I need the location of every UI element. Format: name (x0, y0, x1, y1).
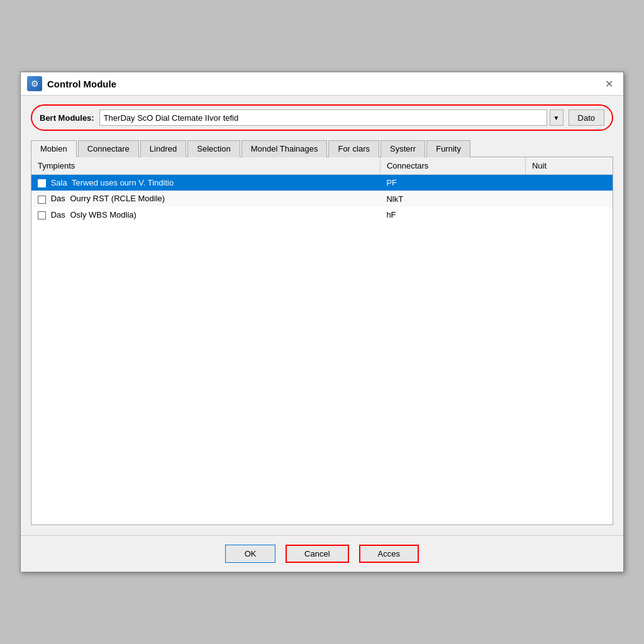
row-3-nuit (525, 207, 613, 223)
row-2-name: Ourry RST (RCLE Modile) (70, 194, 165, 203)
row-2-connectars: NlkT (380, 191, 525, 206)
dialog-title: Control Module (47, 79, 116, 89)
row-3-checkbox[interactable] (38, 211, 46, 219)
table-row[interactable]: Sala Terwed uses ourn V. Tinditio PF (31, 175, 613, 191)
row-3-tympients[interactable]: Das Osly WBS Modlia) (31, 207, 380, 223)
tab-connectare[interactable]: Connectare (78, 140, 139, 157)
tab-content-mobien: Tympients Connectars Nuit Sala Terwed us… (31, 157, 613, 525)
modules-table: Tympients Connectars Nuit Sala Terwed us… (31, 157, 613, 222)
tab-mondel-thainages[interactable]: Mondel Thainages (242, 140, 328, 157)
col-header-tympients: Tympients (31, 157, 380, 175)
table-header-row: Tympients Connectars Nuit (31, 157, 613, 175)
tab-selection[interactable]: Selection (187, 140, 240, 157)
acces-button[interactable]: Acces (359, 545, 419, 563)
row-1-tympients[interactable]: Sala Terwed uses ourn V. Tinditio (31, 175, 380, 191)
row-1-nuit (525, 175, 613, 191)
bert-modules-dropdown[interactable]: ▼ (550, 109, 564, 126)
ok-button[interactable]: OK (225, 545, 275, 563)
row-2-tympients[interactable]: Das Ourry RST (RCLE Modile) (31, 191, 380, 206)
row-2-nuit (525, 191, 613, 206)
bert-modules-label: Bert Modules: (40, 113, 94, 123)
title-bar: ⚙ Control Module ✕ (21, 72, 623, 96)
tab-systerr[interactable]: Systerr (380, 140, 425, 157)
empty-area (31, 223, 613, 525)
table-row[interactable]: Das Ourry RST (RCLE Modile) NlkT (31, 191, 613, 206)
row-3-connectars: hF (380, 207, 525, 223)
tab-for-clars[interactable]: For clars (328, 140, 379, 157)
close-button[interactable]: ✕ (601, 77, 617, 91)
app-icon: ⚙ (27, 76, 42, 91)
col-header-nuit: Nuit (525, 157, 613, 175)
tabs-bar: Mobien Connectare Lindred Selection Mond… (31, 140, 613, 157)
row-1-connectars: PF (380, 175, 525, 191)
row-3-type: Das (51, 210, 65, 219)
title-bar-left: ⚙ Control Module (27, 76, 116, 91)
table-container: Tympients Connectars Nuit Sala Terwed us… (31, 157, 613, 524)
tab-lindred[interactable]: Lindred (140, 140, 186, 157)
row-2-checkbox[interactable] (38, 196, 46, 204)
cancel-button[interactable]: Cancel (286, 545, 348, 563)
bert-modules-row: Bert Modules: ▼ Dato (31, 104, 613, 131)
table-row[interactable]: Das Osly WBS Modlia) hF (31, 207, 613, 223)
bert-select-wrapper: ▼ (99, 109, 564, 126)
window-body: Bert Modules: ▼ Dato Mobien Connectare L… (21, 96, 623, 535)
row-1-name: Terwed uses ourn V. Tinditio (72, 178, 174, 187)
bert-modules-input[interactable] (99, 109, 547, 126)
tab-furnity[interactable]: Furnity (426, 140, 470, 157)
main-window: ⚙ Control Module ✕ Bert Modules: ▼ Dato … (20, 72, 624, 572)
row-3-name: Osly WBS Modlia) (70, 210, 136, 219)
col-header-connectars: Connectars (380, 157, 525, 175)
row-1-checkbox[interactable] (38, 179, 46, 187)
row-1-type: Sala (51, 178, 67, 187)
row-2-type: Das (51, 194, 65, 203)
dialog-footer: OK Cancel Acces (21, 535, 623, 572)
tab-mobien[interactable]: Mobien (31, 140, 77, 157)
dato-button[interactable]: Dato (569, 109, 604, 126)
